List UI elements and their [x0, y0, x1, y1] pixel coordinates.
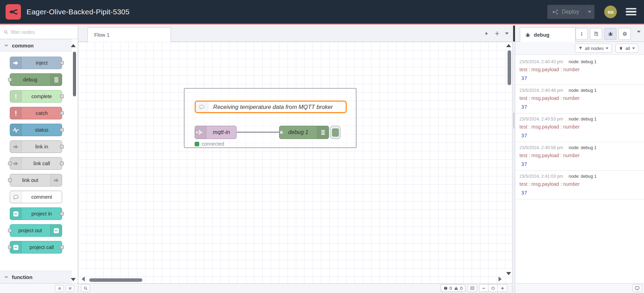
node-port[interactable]: [60, 95, 64, 98]
palette-category-common[interactable]: common: [0, 39, 72, 52]
list-icon: [320, 129, 326, 135]
canvas-horizontal-scrollbar-thumb[interactable]: [89, 278, 142, 282]
output-port[interactable]: [195, 131, 199, 134]
flow-tab-bar: Flow 1: [78, 25, 512, 42]
search-flows-button[interactable]: [81, 284, 90, 292]
flow-canvas[interactable]: Receiving temperature data from MQTT bro…: [78, 42, 512, 283]
message-source-node: node: debug 1: [569, 59, 597, 64]
filter-nodes-dropdown[interactable]: all nodes: [575, 44, 612, 53]
debug-tab-button[interactable]: [604, 28, 616, 40]
debug-filter-bar: all nodes all: [515, 42, 644, 55]
node-port[interactable]: [60, 212, 64, 216]
deploy-options-button[interactable]: [584, 5, 594, 19]
canvas-scroll-right-arrow[interactable]: [499, 277, 502, 281]
issue-counts[interactable]: 0 0: [441, 284, 465, 292]
chevron-down-icon: [606, 47, 608, 49]
mqtt-node-label: mqtt-in: [207, 126, 236, 139]
filter-nodes-input[interactable]: [11, 29, 74, 35]
mqtt-in-node[interactable]: mqtt-in: [195, 126, 237, 139]
collapse-all-button[interactable]: [55, 285, 64, 292]
palette-node[interactable]: project in: [10, 207, 62, 220]
palette-scroll-down-arrow[interactable]: [71, 278, 76, 281]
bug-icon: [525, 32, 531, 38]
canvas-vertical-scrollbar-thumb[interactable]: [508, 50, 511, 85]
splitter-grip[interactable]: [514, 113, 514, 129]
palette-node-label: status: [10, 124, 62, 136]
canvas-scroll-left-arrow[interactable]: [82, 277, 85, 281]
message-timestamp: 23/5/2024, 2:40:48 pm: [519, 88, 563, 93]
expand-all-button[interactable]: [66, 285, 74, 292]
palette-node[interactable]: link call: [10, 157, 62, 170]
debug-message: 23/5/2024, 2:40:58 pm node: debug 1 test…: [515, 142, 644, 171]
palette-node[interactable]: inject: [10, 57, 62, 69]
tab-scroll-right-button[interactable]: [484, 31, 489, 36]
hamburger-icon: [626, 8, 636, 10]
clear-messages-dropdown[interactable]: all: [615, 44, 638, 53]
chevron-down-icon: [632, 47, 635, 49]
comment-node-label: Receiving temperature data from MQTT bro…: [208, 104, 346, 110]
message-property-path: test : msg.payload : number: [519, 67, 641, 72]
navigator-button[interactable]: [467, 284, 477, 292]
node-port[interactable]: [60, 61, 64, 65]
palette-node[interactable]: complete: [10, 90, 62, 103]
wire[interactable]: [237, 132, 279, 133]
debug-node-label: debug 1: [279, 126, 317, 139]
palette-node[interactable]: link out: [10, 174, 62, 186]
debug-message: 23/5/2024, 2:40:43 pm node: debug 1 test…: [515, 56, 644, 85]
palette-category-function[interactable]: function: [0, 271, 72, 283]
comment-node[interactable]: Receiving temperature data from MQTT bro…: [195, 101, 347, 113]
palette-node[interactable]: debug: [10, 73, 62, 86]
tab-flow-1[interactable]: Flow 1: [88, 27, 171, 42]
tab-debug[interactable]: debug: [520, 27, 576, 42]
header: Eager-Olive-Backed-Pipit-5305 Deploy su: [0, 0, 644, 24]
palette-node[interactable]: link in: [10, 140, 62, 153]
node-port[interactable]: [60, 145, 64, 149]
node-port[interactable]: [60, 111, 64, 115]
main-menu-button[interactable]: [626, 8, 636, 16]
add-flow-button[interactable]: [494, 31, 500, 36]
debug-enable-toggle[interactable]: [330, 126, 340, 139]
palette-node-label: complete: [10, 90, 62, 102]
palette-node[interactable]: comment: [10, 191, 62, 203]
deploy-icon: [552, 9, 559, 15]
category-label: function: [12, 274, 32, 280]
config-tab-button[interactable]: [619, 28, 631, 40]
palette-node[interactable]: project out: [10, 224, 62, 237]
deploy-button[interactable]: Deploy: [547, 5, 594, 19]
message-source-node: node: debug 1: [569, 174, 597, 179]
user-avatar[interactable]: su: [604, 6, 617, 18]
canvas-footer: 0 0: [78, 283, 512, 293]
chevron-down-icon: [4, 275, 8, 279]
category-label: common: [12, 43, 34, 49]
debug-node[interactable]: debug 1: [279, 126, 329, 139]
palette-node[interactable]: catch: [10, 107, 62, 119]
palette-node[interactable]: status: [10, 124, 62, 136]
canvas-scroll-down-arrow[interactable]: [506, 272, 511, 275]
message-property-path: test : msg.payload : number: [519, 95, 641, 101]
node-port[interactable]: [60, 162, 64, 166]
sidebar-splitter[interactable]: [512, 25, 515, 293]
info-tab-button[interactable]: [576, 28, 588, 40]
zoom-in-button[interactable]: [498, 284, 507, 292]
node-port[interactable]: [60, 246, 64, 249]
flow-editor: Flow 1 Receiving temperature data from M…: [78, 25, 512, 293]
open-in-window-button[interactable]: [632, 284, 642, 292]
flow-list-button[interactable]: [505, 32, 509, 35]
page-title: Eager-Olive-Backed-Pipit-5305: [27, 8, 129, 16]
palette-scroll-area: common inject: [0, 39, 78, 283]
zoom-out-button[interactable]: [479, 284, 488, 292]
flow-group[interactable]: Receiving temperature data from MQTT bro…: [184, 88, 357, 148]
bug-icon: [608, 31, 613, 37]
palette-sidebar: common inject: [0, 25, 78, 293]
palette-scroll-up-arrow[interactable]: [71, 44, 76, 47]
canvas-scroll-up-arrow[interactable]: [506, 44, 511, 47]
palette-scrollbar-thumb[interactable]: [73, 52, 76, 96]
message-timestamp: 23/5/2024, 2:40:43 pm: [519, 59, 563, 64]
palette-node[interactable]: project call: [10, 241, 62, 254]
message-property-path: test : msg.payload : number: [519, 181, 641, 187]
help-tab-button[interactable]: [590, 28, 602, 40]
sidebar-menu-button[interactable]: [637, 33, 641, 39]
collapse-all-icon: [58, 286, 62, 291]
node-port[interactable]: [60, 128, 64, 132]
zoom-reset-button[interactable]: [488, 284, 498, 292]
